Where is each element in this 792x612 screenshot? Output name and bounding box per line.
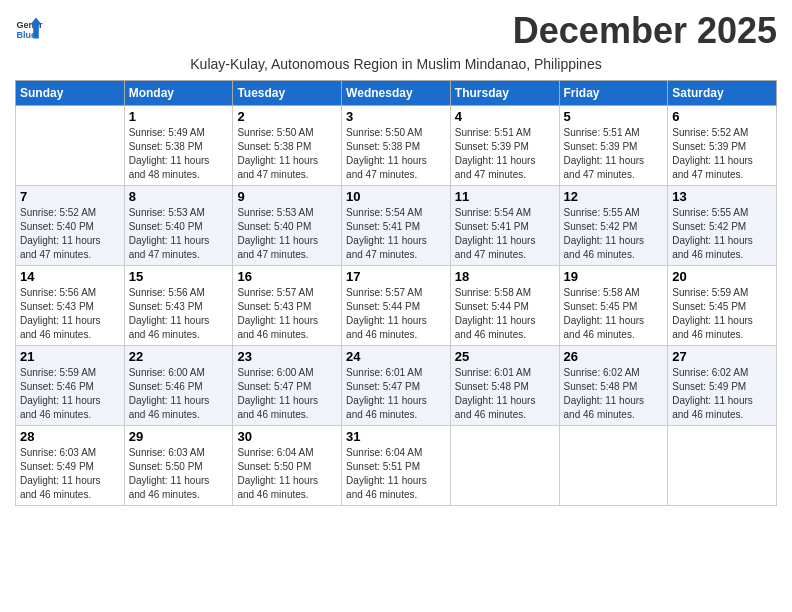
day-info: Sunrise: 5:50 AMSunset: 5:38 PMDaylight:…: [346, 126, 446, 182]
calendar-cell: 3Sunrise: 5:50 AMSunset: 5:38 PMDaylight…: [342, 106, 451, 186]
calendar-cell: 31Sunrise: 6:04 AMSunset: 5:51 PMDayligh…: [342, 426, 451, 506]
day-info: Sunrise: 5:59 AMSunset: 5:45 PMDaylight:…: [672, 286, 772, 342]
day-number: 27: [672, 349, 772, 364]
calendar-cell: 18Sunrise: 5:58 AMSunset: 5:44 PMDayligh…: [450, 266, 559, 346]
day-number: 5: [564, 109, 664, 124]
day-number: 1: [129, 109, 229, 124]
day-number: 14: [20, 269, 120, 284]
day-number: 4: [455, 109, 555, 124]
calendar-cell: 13Sunrise: 5:55 AMSunset: 5:42 PMDayligh…: [668, 186, 777, 266]
day-info: Sunrise: 6:04 AMSunset: 5:50 PMDaylight:…: [237, 446, 337, 502]
day-number: 10: [346, 189, 446, 204]
calendar-cell: 28Sunrise: 6:03 AMSunset: 5:49 PMDayligh…: [16, 426, 125, 506]
week-row-5: 28Sunrise: 6:03 AMSunset: 5:49 PMDayligh…: [16, 426, 777, 506]
day-info: Sunrise: 5:59 AMSunset: 5:46 PMDaylight:…: [20, 366, 120, 422]
day-number: 2: [237, 109, 337, 124]
day-number: 17: [346, 269, 446, 284]
svg-text:Blue: Blue: [16, 30, 36, 40]
calendar-cell: 9Sunrise: 5:53 AMSunset: 5:40 PMDaylight…: [233, 186, 342, 266]
day-number: 18: [455, 269, 555, 284]
day-number: 26: [564, 349, 664, 364]
calendar-cell: [559, 426, 668, 506]
calendar-table: SundayMondayTuesdayWednesdayThursdayFrid…: [15, 80, 777, 506]
calendar-cell: 10Sunrise: 5:54 AMSunset: 5:41 PMDayligh…: [342, 186, 451, 266]
day-info: Sunrise: 5:51 AMSunset: 5:39 PMDaylight:…: [455, 126, 555, 182]
day-info: Sunrise: 5:54 AMSunset: 5:41 PMDaylight:…: [455, 206, 555, 262]
day-info: Sunrise: 5:51 AMSunset: 5:39 PMDaylight:…: [564, 126, 664, 182]
day-number: 25: [455, 349, 555, 364]
day-number: 30: [237, 429, 337, 444]
day-number: 7: [20, 189, 120, 204]
day-info: Sunrise: 5:53 AMSunset: 5:40 PMDaylight:…: [237, 206, 337, 262]
week-row-3: 14Sunrise: 5:56 AMSunset: 5:43 PMDayligh…: [16, 266, 777, 346]
calendar-cell: 8Sunrise: 5:53 AMSunset: 5:40 PMDaylight…: [124, 186, 233, 266]
calendar-cell: 25Sunrise: 6:01 AMSunset: 5:48 PMDayligh…: [450, 346, 559, 426]
day-info: Sunrise: 6:02 AMSunset: 5:48 PMDaylight:…: [564, 366, 664, 422]
week-row-1: 1Sunrise: 5:49 AMSunset: 5:38 PMDaylight…: [16, 106, 777, 186]
day-number: 6: [672, 109, 772, 124]
day-info: Sunrise: 5:57 AMSunset: 5:44 PMDaylight:…: [346, 286, 446, 342]
day-number: 20: [672, 269, 772, 284]
calendar-cell: 20Sunrise: 5:59 AMSunset: 5:45 PMDayligh…: [668, 266, 777, 346]
day-number: 21: [20, 349, 120, 364]
logo: General Blue: [15, 14, 45, 42]
day-number: 8: [129, 189, 229, 204]
day-info: Sunrise: 5:52 AMSunset: 5:39 PMDaylight:…: [672, 126, 772, 182]
column-header-tuesday: Tuesday: [233, 81, 342, 106]
week-row-4: 21Sunrise: 5:59 AMSunset: 5:46 PMDayligh…: [16, 346, 777, 426]
day-info: Sunrise: 5:56 AMSunset: 5:43 PMDaylight:…: [129, 286, 229, 342]
day-number: 23: [237, 349, 337, 364]
day-info: Sunrise: 5:49 AMSunset: 5:38 PMDaylight:…: [129, 126, 229, 182]
day-number: 15: [129, 269, 229, 284]
calendar-cell: [450, 426, 559, 506]
day-number: 22: [129, 349, 229, 364]
day-info: Sunrise: 5:57 AMSunset: 5:43 PMDaylight:…: [237, 286, 337, 342]
calendar-cell: 22Sunrise: 6:00 AMSunset: 5:46 PMDayligh…: [124, 346, 233, 426]
day-info: Sunrise: 5:53 AMSunset: 5:40 PMDaylight:…: [129, 206, 229, 262]
header-row: SundayMondayTuesdayWednesdayThursdayFrid…: [16, 81, 777, 106]
day-number: 13: [672, 189, 772, 204]
calendar-cell: 26Sunrise: 6:02 AMSunset: 5:48 PMDayligh…: [559, 346, 668, 426]
column-header-wednesday: Wednesday: [342, 81, 451, 106]
day-info: Sunrise: 5:54 AMSunset: 5:41 PMDaylight:…: [346, 206, 446, 262]
day-number: 19: [564, 269, 664, 284]
logo-icon: General Blue: [15, 14, 43, 42]
day-info: Sunrise: 6:03 AMSunset: 5:49 PMDaylight:…: [20, 446, 120, 502]
day-info: Sunrise: 5:52 AMSunset: 5:40 PMDaylight:…: [20, 206, 120, 262]
day-number: 11: [455, 189, 555, 204]
calendar-cell: 7Sunrise: 5:52 AMSunset: 5:40 PMDaylight…: [16, 186, 125, 266]
day-number: 29: [129, 429, 229, 444]
calendar-cell: 15Sunrise: 5:56 AMSunset: 5:43 PMDayligh…: [124, 266, 233, 346]
column-header-sunday: Sunday: [16, 81, 125, 106]
day-number: 28: [20, 429, 120, 444]
calendar-cell: [16, 106, 125, 186]
calendar-cell: 4Sunrise: 5:51 AMSunset: 5:39 PMDaylight…: [450, 106, 559, 186]
day-number: 31: [346, 429, 446, 444]
column-header-friday: Friday: [559, 81, 668, 106]
day-number: 16: [237, 269, 337, 284]
day-info: Sunrise: 5:55 AMSunset: 5:42 PMDaylight:…: [564, 206, 664, 262]
day-info: Sunrise: 6:01 AMSunset: 5:48 PMDaylight:…: [455, 366, 555, 422]
day-info: Sunrise: 6:04 AMSunset: 5:51 PMDaylight:…: [346, 446, 446, 502]
calendar-cell: 1Sunrise: 5:49 AMSunset: 5:38 PMDaylight…: [124, 106, 233, 186]
day-info: Sunrise: 5:50 AMSunset: 5:38 PMDaylight:…: [237, 126, 337, 182]
day-number: 24: [346, 349, 446, 364]
day-info: Sunrise: 6:00 AMSunset: 5:47 PMDaylight:…: [237, 366, 337, 422]
day-info: Sunrise: 6:02 AMSunset: 5:49 PMDaylight:…: [672, 366, 772, 422]
calendar-cell: 16Sunrise: 5:57 AMSunset: 5:43 PMDayligh…: [233, 266, 342, 346]
calendar-cell: 12Sunrise: 5:55 AMSunset: 5:42 PMDayligh…: [559, 186, 668, 266]
calendar-cell: 21Sunrise: 5:59 AMSunset: 5:46 PMDayligh…: [16, 346, 125, 426]
day-number: 9: [237, 189, 337, 204]
calendar-cell: 30Sunrise: 6:04 AMSunset: 5:50 PMDayligh…: [233, 426, 342, 506]
month-title: December 2025: [513, 10, 777, 52]
day-info: Sunrise: 5:55 AMSunset: 5:42 PMDaylight:…: [672, 206, 772, 262]
subtitle: Kulay-Kulay, Autonomous Region in Muslim…: [15, 56, 777, 72]
calendar-cell: 14Sunrise: 5:56 AMSunset: 5:43 PMDayligh…: [16, 266, 125, 346]
day-info: Sunrise: 6:03 AMSunset: 5:50 PMDaylight:…: [129, 446, 229, 502]
day-info: Sunrise: 5:56 AMSunset: 5:43 PMDaylight:…: [20, 286, 120, 342]
day-info: Sunrise: 5:58 AMSunset: 5:44 PMDaylight:…: [455, 286, 555, 342]
calendar-cell: 2Sunrise: 5:50 AMSunset: 5:38 PMDaylight…: [233, 106, 342, 186]
calendar-cell: 19Sunrise: 5:58 AMSunset: 5:45 PMDayligh…: [559, 266, 668, 346]
calendar-cell: 27Sunrise: 6:02 AMSunset: 5:49 PMDayligh…: [668, 346, 777, 426]
calendar-cell: 5Sunrise: 5:51 AMSunset: 5:39 PMDaylight…: [559, 106, 668, 186]
